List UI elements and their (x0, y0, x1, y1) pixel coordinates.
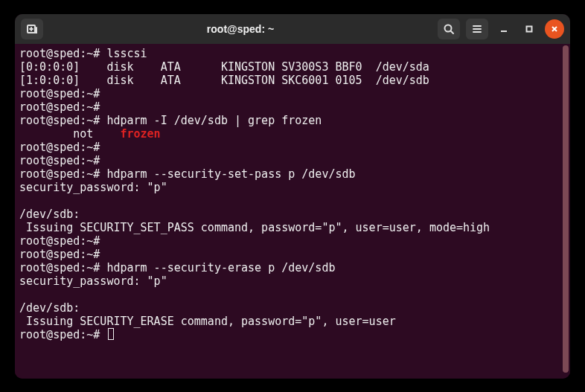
terminal-line: /dev/sdb: (19, 208, 555, 221)
prompt: root@sped:~# (19, 154, 100, 167)
terminal-line: root@sped:~# (19, 248, 555, 261)
command: lsscsi (106, 47, 147, 60)
terminal-line: root@sped:~# hdparm -I /dev/sdb | grep f… (19, 114, 555, 127)
output-text: not (19, 127, 120, 141)
highlight-text: frozen (120, 127, 160, 141)
terminal-content: root@sped:~# lsscsi[0:0:0:0] disk ATA KI… (19, 47, 555, 341)
terminal-area[interactable]: root@sped:~# lsscsi[0:0:0:0] disk ATA KI… (15, 44, 570, 379)
scrollbar[interactable] (563, 44, 570, 379)
terminal-line: not frozen (19, 127, 555, 141)
terminal-line (19, 288, 555, 301)
titlebar-right (438, 19, 564, 39)
prompt: root@sped:~# (19, 167, 106, 181)
prompt: root@sped:~# (19, 328, 106, 341)
svg-point-1 (445, 25, 452, 31)
prompt: root@sped:~# (19, 100, 100, 114)
terminal-line: [1:0:0:0] disk ATA KINGSTON SKC6001 0105… (19, 74, 555, 87)
new-tab-icon (26, 23, 38, 35)
command: hdparm -I /dev/sdb | grep frozen (106, 114, 322, 127)
terminal-line: root@sped:~# (19, 154, 555, 167)
maximize-icon (525, 25, 533, 33)
prompt: root@sped:~# (19, 248, 100, 261)
terminal-line: root@sped:~# (19, 234, 555, 248)
terminal-line: security_password: "p" (19, 181, 555, 194)
scrollbar-thumb[interactable] (563, 45, 569, 373)
prompt: root@sped:~# (19, 234, 100, 248)
terminal-line: root@sped:~# (19, 100, 555, 114)
terminal-line: root@sped:~# (19, 328, 555, 341)
close-button[interactable] (545, 19, 564, 39)
command: hdparm --security-erase p /dev/sdb (106, 261, 335, 274)
terminal-window: root@sped: ~ (15, 14, 570, 379)
new-tab-button[interactable] (21, 19, 43, 39)
hamburger-icon (471, 23, 483, 35)
prompt: root@sped:~# (19, 87, 100, 100)
window-title: root@sped: ~ (49, 23, 432, 35)
terminal-line: security_password: "p" (19, 274, 555, 288)
command: hdparm --security-set-pass p /dev/sdb (106, 167, 355, 181)
prompt: root@sped:~# (19, 114, 106, 127)
prompt: root@sped:~# (19, 47, 106, 60)
terminal-line: root@sped:~# lsscsi (19, 47, 555, 60)
terminal-line: root@sped:~# (19, 141, 555, 154)
titlebar: root@sped: ~ (15, 14, 570, 44)
prompt: root@sped:~# (19, 141, 100, 154)
minimize-button[interactable] (494, 19, 514, 39)
terminal-line: root@sped:~# (19, 87, 555, 100)
terminal-line: root@sped:~# hdparm --security-set-pass … (19, 167, 555, 181)
terminal-line: /dev/sdb: (19, 301, 555, 315)
minimize-icon (500, 25, 508, 33)
svg-rect-2 (527, 26, 532, 31)
search-button[interactable] (438, 19, 460, 39)
terminal-line: Issuing SECURITY_SET_PASS command, passw… (19, 221, 555, 234)
terminal-line: Issuing SECURITY_ERASE command, password… (19, 315, 555, 328)
cursor (108, 328, 114, 340)
terminal-line: root@sped:~# hdparm --security-erase p /… (19, 261, 555, 274)
terminal-line (19, 194, 555, 208)
prompt: root@sped:~# (19, 261, 106, 274)
menu-button[interactable] (466, 19, 488, 39)
close-icon (551, 25, 558, 33)
maximize-button[interactable] (520, 19, 539, 39)
search-icon (443, 23, 455, 35)
terminal-line: [0:0:0:0] disk ATA KINGSTON SV300S3 BBF0… (19, 60, 555, 74)
